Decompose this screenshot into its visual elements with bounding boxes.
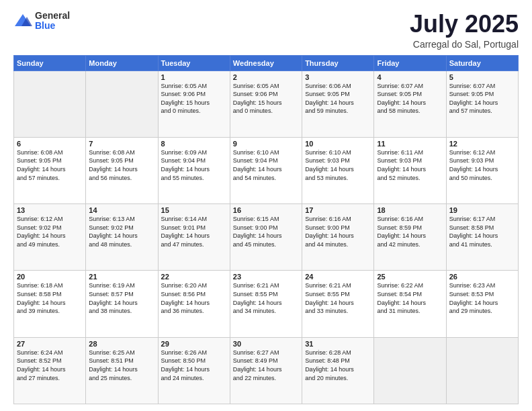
calendar-cell: 1Sunrise: 6:05 AM Sunset: 9:06 PM Daylig…: [158, 71, 230, 137]
calendar-cell: 30Sunrise: 6:27 AM Sunset: 8:49 PM Dayli…: [230, 337, 302, 404]
calendar-cell: 20Sunrise: 6:18 AM Sunset: 8:58 PM Dayli…: [14, 271, 86, 337]
day-info: Sunrise: 6:22 AM Sunset: 8:54 PM Dayligh…: [377, 281, 443, 315]
logo: General Blue: [13, 11, 70, 32]
calendar-cell: 19Sunrise: 6:17 AM Sunset: 8:58 PM Dayli…: [446, 204, 518, 271]
logo-text: General Blue: [35, 11, 70, 32]
day-number: 23: [233, 273, 299, 281]
day-number: 8: [161, 140, 227, 148]
day-info: Sunrise: 6:05 AM Sunset: 9:06 PM Dayligh…: [161, 82, 227, 116]
day-info: Sunrise: 6:14 AM Sunset: 9:01 PM Dayligh…: [161, 215, 227, 248]
calendar-week-row: 6Sunrise: 6:08 AM Sunset: 9:05 PM Daylig…: [14, 137, 519, 203]
day-number: 2: [233, 73, 299, 81]
day-number: 21: [89, 273, 154, 281]
weekday-header-wednesday: Wednesday: [230, 55, 302, 71]
day-info: Sunrise: 6:27 AM Sunset: 8:49 PM Dayligh…: [233, 349, 299, 382]
day-number: 10: [305, 140, 371, 148]
day-info: Sunrise: 6:17 AM Sunset: 8:58 PM Dayligh…: [449, 215, 515, 248]
day-number: 15: [161, 206, 227, 214]
calendar-cell: 8Sunrise: 6:09 AM Sunset: 9:04 PM Daylig…: [158, 137, 230, 203]
calendar-cell: [14, 71, 86, 137]
calendar-table: SundayMondayTuesdayWednesdayThursdayFrid…: [13, 55, 519, 404]
calendar-cell: 29Sunrise: 6:26 AM Sunset: 8:50 PM Dayli…: [158, 337, 230, 404]
title-area: July 2025 Carregal do Sal, Portugal: [410, 11, 519, 50]
logo-general-text: General: [35, 11, 70, 21]
logo-icon: [13, 11, 32, 30]
day-number: 24: [305, 273, 371, 281]
calendar-cell: 28Sunrise: 6:25 AM Sunset: 8:51 PM Dayli…: [86, 337, 158, 404]
calendar-cell: 25Sunrise: 6:22 AM Sunset: 8:54 PM Dayli…: [374, 271, 446, 337]
day-number: 4: [377, 73, 443, 81]
day-number: 1: [161, 73, 227, 81]
day-info: Sunrise: 6:20 AM Sunset: 8:56 PM Dayligh…: [161, 281, 227, 315]
day-number: 29: [161, 340, 227, 348]
day-info: Sunrise: 6:16 AM Sunset: 8:59 PM Dayligh…: [377, 215, 443, 248]
calendar-cell: [86, 71, 158, 137]
calendar-cell: 27Sunrise: 6:24 AM Sunset: 8:52 PM Dayli…: [14, 337, 86, 404]
day-info: Sunrise: 6:28 AM Sunset: 8:48 PM Dayligh…: [305, 349, 371, 382]
calendar-week-row: 1Sunrise: 6:05 AM Sunset: 9:06 PM Daylig…: [14, 71, 519, 137]
day-info: Sunrise: 6:07 AM Sunset: 9:05 PM Dayligh…: [377, 82, 443, 116]
calendar-cell: 11Sunrise: 6:11 AM Sunset: 9:03 PM Dayli…: [374, 137, 446, 203]
day-info: Sunrise: 6:21 AM Sunset: 8:55 PM Dayligh…: [305, 281, 371, 315]
day-info: Sunrise: 6:08 AM Sunset: 9:05 PM Dayligh…: [89, 148, 154, 182]
calendar-cell: 10Sunrise: 6:10 AM Sunset: 9:03 PM Dayli…: [302, 137, 374, 203]
day-number: 11: [377, 140, 443, 148]
day-info: Sunrise: 6:09 AM Sunset: 9:04 PM Dayligh…: [161, 148, 227, 182]
calendar-page: General Blue July 2025 Carregal do Sal, …: [0, 0, 532, 411]
day-info: Sunrise: 6:05 AM Sunset: 9:06 PM Dayligh…: [233, 82, 299, 116]
calendar-cell: 2Sunrise: 6:05 AM Sunset: 9:06 PM Daylig…: [230, 71, 302, 137]
day-info: Sunrise: 6:07 AM Sunset: 9:05 PM Dayligh…: [449, 82, 515, 116]
calendar-cell: 5Sunrise: 6:07 AM Sunset: 9:05 PM Daylig…: [446, 71, 518, 137]
day-number: 26: [449, 273, 515, 281]
day-info: Sunrise: 6:25 AM Sunset: 8:51 PM Dayligh…: [89, 349, 154, 382]
calendar-cell: 6Sunrise: 6:08 AM Sunset: 9:05 PM Daylig…: [14, 137, 86, 203]
calendar-cell: 15Sunrise: 6:14 AM Sunset: 9:01 PM Dayli…: [158, 204, 230, 271]
calendar-week-row: 27Sunrise: 6:24 AM Sunset: 8:52 PM Dayli…: [14, 337, 519, 404]
day-number: 7: [89, 140, 154, 148]
day-info: Sunrise: 6:23 AM Sunset: 8:53 PM Dayligh…: [449, 281, 515, 315]
weekday-header-friday: Friday: [374, 55, 446, 71]
day-info: Sunrise: 6:06 AM Sunset: 9:05 PM Dayligh…: [305, 82, 371, 116]
calendar-header: SundayMondayTuesdayWednesdayThursdayFrid…: [14, 55, 519, 71]
calendar-cell: 18Sunrise: 6:16 AM Sunset: 8:59 PM Dayli…: [374, 204, 446, 271]
calendar-cell: 7Sunrise: 6:08 AM Sunset: 9:05 PM Daylig…: [86, 137, 158, 203]
day-info: Sunrise: 6:10 AM Sunset: 9:04 PM Dayligh…: [233, 148, 299, 182]
day-number: 28: [89, 340, 154, 348]
weekday-header-monday: Monday: [86, 55, 158, 71]
calendar-cell: 17Sunrise: 6:16 AM Sunset: 9:00 PM Dayli…: [302, 204, 374, 271]
day-info: Sunrise: 6:16 AM Sunset: 9:00 PM Dayligh…: [305, 215, 371, 248]
day-number: 20: [17, 273, 83, 281]
calendar-cell: 4Sunrise: 6:07 AM Sunset: 9:05 PM Daylig…: [374, 71, 446, 137]
day-info: Sunrise: 6:12 AM Sunset: 9:02 PM Dayligh…: [17, 215, 83, 248]
weekday-header-tuesday: Tuesday: [158, 55, 230, 71]
calendar-cell: 9Sunrise: 6:10 AM Sunset: 9:04 PM Daylig…: [230, 137, 302, 203]
day-info: Sunrise: 6:08 AM Sunset: 9:05 PM Dayligh…: [17, 148, 83, 182]
calendar-body: 1Sunrise: 6:05 AM Sunset: 9:06 PM Daylig…: [14, 71, 519, 404]
day-number: 5: [449, 73, 515, 81]
day-number: 27: [17, 340, 83, 348]
day-info: Sunrise: 6:21 AM Sunset: 8:55 PM Dayligh…: [233, 281, 299, 315]
day-info: Sunrise: 6:19 AM Sunset: 8:57 PM Dayligh…: [89, 281, 154, 315]
day-number: 25: [377, 273, 443, 281]
calendar-cell: 22Sunrise: 6:20 AM Sunset: 8:56 PM Dayli…: [158, 271, 230, 337]
calendar-week-row: 13Sunrise: 6:12 AM Sunset: 9:02 PM Dayli…: [14, 204, 519, 271]
day-info: Sunrise: 6:10 AM Sunset: 9:03 PM Dayligh…: [305, 148, 371, 182]
day-number: 17: [305, 206, 371, 214]
day-info: Sunrise: 6:24 AM Sunset: 8:52 PM Dayligh…: [17, 349, 83, 382]
day-number: 16: [233, 206, 299, 214]
calendar-cell: 26Sunrise: 6:23 AM Sunset: 8:53 PM Dayli…: [446, 271, 518, 337]
logo-blue-text: Blue: [35, 21, 70, 31]
weekday-header-thursday: Thursday: [302, 55, 374, 71]
day-info: Sunrise: 6:15 AM Sunset: 9:00 PM Dayligh…: [233, 215, 299, 248]
calendar-cell: 23Sunrise: 6:21 AM Sunset: 8:55 PM Dayli…: [230, 271, 302, 337]
day-number: 12: [449, 140, 515, 148]
calendar-cell: [446, 337, 518, 404]
day-info: Sunrise: 6:13 AM Sunset: 9:02 PM Dayligh…: [89, 215, 154, 248]
calendar-cell: 12Sunrise: 6:12 AM Sunset: 9:03 PM Dayli…: [446, 137, 518, 203]
day-number: 6: [17, 140, 83, 148]
day-number: 14: [89, 206, 154, 214]
day-number: 18: [377, 206, 443, 214]
weekday-row: SundayMondayTuesdayWednesdayThursdayFrid…: [14, 55, 519, 71]
calendar-cell: [374, 337, 446, 404]
calendar-cell: 31Sunrise: 6:28 AM Sunset: 8:48 PM Dayli…: [302, 337, 374, 404]
